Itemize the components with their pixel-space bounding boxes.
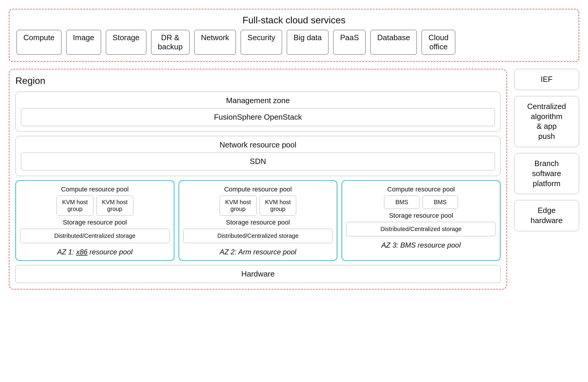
az3-footer: AZ 3: BMS resource pool [346,241,496,249]
az-row: Compute resource pool KVM hostgroup KVM … [15,180,500,261]
service-pill-storage: Storage [106,30,146,55]
az2-compute-pool: Compute resource pool KVM hostgroup KVM … [183,186,333,216]
az2-storage-box: Distributed/Centralized storage [183,229,333,243]
az2-host-2: KVM hostgroup [260,196,297,216]
right-sidebar: IEF Centralizedalgorithm& apppush Branch… [514,69,579,231]
az1-host-row: KVM hostgroup KVM hostgroup [20,196,170,216]
az-zone-1: Compute resource pool KVM hostgroup KVM … [15,180,174,261]
az1-footer: AZ 1: x86 resource pool [20,248,170,256]
network-resource-zone: Network resource pool SDN [15,136,500,176]
az1-storage-box: Distributed/Centralized storage [20,229,170,243]
az1-storage-label: Storage resource pool [20,219,170,226]
service-pill-network: Network [194,30,236,55]
az2-compute-label: Compute resource pool [183,186,333,193]
az3-compute-pool: Compute resource pool BMS BMS [346,186,496,209]
service-pill-paas: PaaS [333,30,366,55]
service-pill-image: Image [66,30,101,55]
az1-inner: Compute resource pool KVM hostgroup KVM … [20,186,170,243]
service-pill-database: Database [370,30,417,55]
az-zone-2: Compute resource pool KVM hostgroup KVM … [179,180,338,261]
service-pill-security: Security [241,30,282,55]
service-pill-bigdata: Big data [287,30,328,55]
service-pill-dr: DR &backup [151,30,189,55]
az1-compute-label: Compute resource pool [20,186,170,193]
az1-host-1: KVM hostgroup [56,196,93,216]
service-pill-cloudoffice: Cloudoffice [422,30,455,55]
sidebar-edge: Edgehardware [514,200,579,231]
fusionsphere-box: FusionSphere OpenStack [21,108,495,126]
top-title: Full-stack cloud services [17,15,571,26]
main-area: Region Management zone FusionSphere Open… [9,69,579,290]
az3-host-2: BMS [422,196,458,209]
az3-compute-label: Compute resource pool [346,186,496,193]
sidebar-branch: Branchsoftwareplatform [514,153,579,194]
az3-host-1: BMS [384,196,419,209]
az3-inner: Compute resource pool BMS BMS Storage re… [346,186,496,236]
az2-host-1: KVM hostgroup [220,196,257,216]
sidebar-centralized: Centralizedalgorithm& apppush [514,96,579,147]
az-zone-3: Compute resource pool BMS BMS Storage re… [341,180,500,261]
management-zone-title: Management zone [21,96,495,105]
region-section: Region Management zone FusionSphere Open… [9,69,507,290]
az2-host-row: KVM hostgroup KVM hostgroup [183,196,333,216]
top-section: Full-stack cloud services Compute Image … [9,9,579,62]
az3-storage-pool: Storage resource pool Distributed/Centra… [346,212,496,236]
az3-host-row: BMS BMS [346,196,496,209]
management-zone: Management zone FusionSphere OpenStack [15,92,500,132]
az1-storage-pool: Storage resource pool Distributed/Centra… [20,219,170,243]
hardware-box: Hardware [15,265,500,283]
az2-storage-label: Storage resource pool [183,219,333,226]
az2-storage-pool: Storage resource pool Distributed/Centra… [183,219,333,243]
az1-host-2: KVM hostgroup [96,196,133,216]
service-pills: Compute Image Storage DR &backup Network… [17,30,571,55]
az2-inner: Compute resource pool KVM hostgroup KVM … [183,186,333,243]
az3-storage-box: Distributed/Centralized storage [346,222,496,236]
service-pill-compute: Compute [17,30,61,55]
az1-compute-pool: Compute resource pool KVM hostgroup KVM … [20,186,170,216]
sdn-box: SDN [21,152,495,170]
network-resource-title: Network resource pool [21,140,495,149]
az3-storage-label: Storage resource pool [346,212,496,220]
sidebar-ief: IEF [514,69,579,90]
az2-footer: AZ 2: Arm resource pool [183,248,333,256]
region-label: Region [15,75,500,86]
